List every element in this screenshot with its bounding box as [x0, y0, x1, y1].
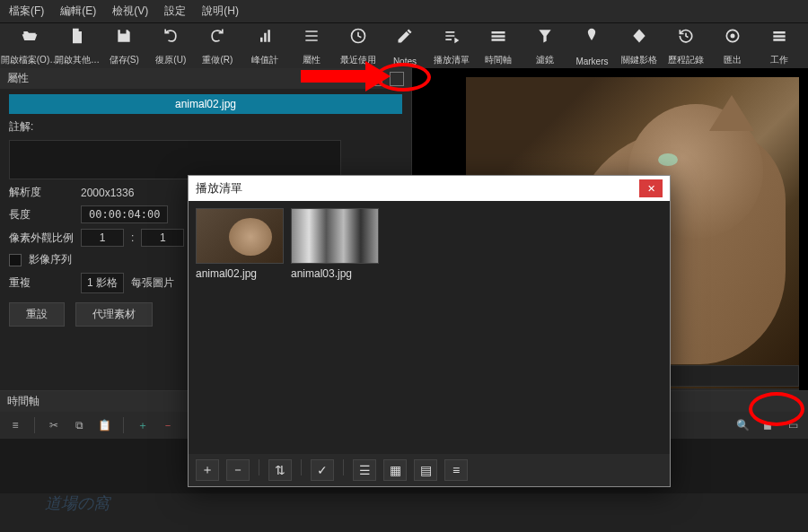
menu-file[interactable]: 檔案(F)	[9, 4, 44, 19]
svg-point-2	[730, 34, 734, 39]
playlist-item[interactable]: animal02.jpg	[196, 208, 284, 280]
par-a-input[interactable]: 1	[81, 229, 124, 247]
playlist-item-label: animal02.jpg	[196, 267, 284, 280]
annotation-circle	[749, 392, 804, 426]
target-icon	[724, 27, 742, 45]
playlist-dialog: 播放清單 ✕ animal02.jpg animal03.jpg ＋ － ⇅ ✓…	[188, 175, 671, 487]
add-button[interactable]: ＋	[196, 459, 219, 481]
duration-label: 長度	[9, 207, 74, 222]
update-button[interactable]: ⇅	[268, 459, 292, 481]
remove-button[interactable]: －	[226, 459, 250, 481]
par-colon: :	[131, 231, 134, 244]
keyframes-button[interactable]: 關鍵影格	[616, 27, 663, 66]
playlist-item-label: animal03.jpg	[291, 267, 379, 280]
annotation-arrow	[301, 70, 373, 83]
filename-header: animal02.jpg	[9, 94, 402, 114]
save-icon	[115, 27, 133, 45]
menu-icon[interactable]: ≡	[7, 417, 23, 433]
duration-input[interactable]: 00:00:04:00	[81, 205, 168, 223]
paste-icon[interactable]: 📋	[96, 417, 112, 433]
folder-open-icon	[21, 27, 39, 45]
remove-icon[interactable]: －	[160, 417, 176, 433]
zoom-in-icon[interactable]: 🔍	[734, 417, 751, 433]
properties-button[interactable]: 屬性	[288, 27, 335, 66]
par-label: 像素外觀比例	[9, 231, 74, 246]
resolution-label: 解析度	[9, 185, 74, 200]
dialog-title: 播放清單	[196, 180, 639, 196]
sequence-checkbox[interactable]	[9, 254, 22, 266]
pin-icon	[583, 27, 601, 45]
menu-edit[interactable]: 編輯(E)	[60, 4, 96, 19]
filters-button[interactable]: 濾鏡	[522, 27, 568, 66]
menu-help[interactable]: 說明(H)	[202, 4, 239, 19]
diamond-icon	[630, 27, 648, 45]
redo-icon	[208, 27, 226, 45]
document-icon	[68, 27, 86, 45]
stack-icon	[770, 27, 788, 45]
repeat-label: 重複	[9, 275, 74, 291]
peak-meter-button[interactable]: 峰值計	[242, 27, 288, 66]
menu-bar: 檔案(F) 編輯(E) 檢視(V) 設定 說明(H)	[0, 0, 808, 23]
undo-icon	[162, 27, 180, 45]
history-icon	[677, 27, 695, 45]
list-view-button[interactable]: ☰	[353, 459, 376, 481]
icons-view-button[interactable]: ≡	[444, 459, 468, 481]
par-b-input[interactable]: 1	[141, 229, 184, 247]
comment-input[interactable]	[9, 140, 341, 179]
funnel-icon	[536, 27, 554, 45]
copy-icon[interactable]: ⧉	[71, 417, 87, 433]
clock-icon	[349, 27, 367, 45]
add-icon[interactable]: ＋	[135, 417, 151, 433]
list-icon	[303, 27, 321, 45]
menu-view[interactable]: 檢視(V)	[112, 4, 148, 19]
redo-button[interactable]: 重做(R)	[194, 27, 241, 66]
history-button[interactable]: 歷程記錄	[663, 27, 709, 66]
detail-view-button[interactable]: ▤	[414, 459, 437, 481]
timeline-icon	[489, 27, 507, 45]
undo-button[interactable]: 復原(U)	[147, 27, 194, 66]
tiles-view-button[interactable]: ▦	[383, 459, 407, 481]
meter-icon	[256, 27, 274, 45]
sequence-label: 影像序列	[29, 252, 72, 267]
check-button[interactable]: ✓	[311, 459, 334, 481]
jobs-button[interactable]: 工作	[756, 27, 803, 66]
comment-label: 註解:	[9, 119, 74, 135]
timeline-button[interactable]: 時間軸	[475, 27, 522, 66]
open-other-button[interactable]: 開啟其他…	[54, 27, 101, 66]
repeat-input[interactable]: 1 影格	[81, 273, 124, 293]
repeat-unit: 每張圖片	[131, 275, 174, 291]
save-button[interactable]: 儲存(S)	[101, 27, 147, 66]
export-button[interactable]: 匯出	[709, 27, 756, 66]
playlist-item[interactable]: animal03.jpg	[291, 208, 379, 280]
markers-button[interactable]: Markers	[568, 27, 615, 66]
reset-button[interactable]: 重設	[9, 302, 65, 327]
resolution-value: 2000x1336	[81, 187, 134, 199]
proxy-button[interactable]: 代理素材	[75, 302, 153, 327]
dialog-close-button[interactable]: ✕	[639, 179, 663, 197]
playlist-body: animal02.jpg animal03.jpg	[189, 201, 670, 454]
thumbnail	[291, 208, 379, 264]
watermark-logo: 道場の窩	[45, 493, 110, 514]
playlist-icon	[443, 27, 461, 45]
pencil-icon	[396, 27, 414, 45]
thumbnail	[196, 208, 284, 264]
menu-settings[interactable]: 設定	[164, 4, 186, 19]
cut-icon[interactable]: ✂	[46, 417, 62, 433]
open-file-button[interactable]: 開啟檔案(O)…	[5, 27, 54, 66]
playlist-button[interactable]: 播放清單	[428, 27, 475, 66]
